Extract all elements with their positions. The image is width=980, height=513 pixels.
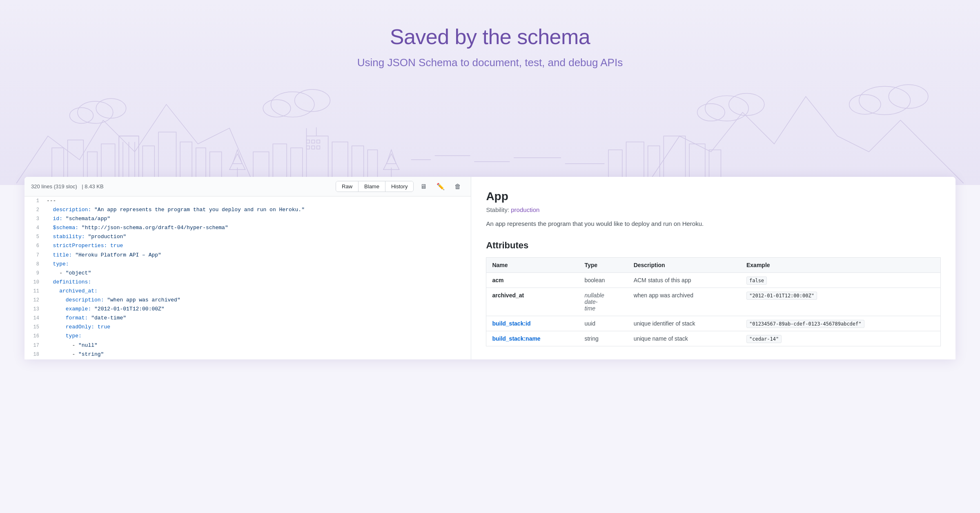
svg-rect-55 <box>307 146 310 149</box>
svg-rect-52 <box>307 140 310 143</box>
code-line: 3 id: "schemata/app" <box>24 214 471 223</box>
file-size: 8.43 KB <box>85 183 103 190</box>
delete-icon-button[interactable]: 🗑 <box>451 181 464 192</box>
stability-label: Stability: <box>486 206 509 213</box>
toolbar-button-group: Raw Blame History <box>336 181 414 192</box>
code-line: 11 archived_at: <box>24 287 471 296</box>
svg-marker-34 <box>229 154 245 170</box>
attr-example-acm: false <box>741 273 941 288</box>
code-line: 15 readOnly: true <box>24 323 471 332</box>
svg-point-22 <box>96 98 126 118</box>
code-line: 14 format: "date-time" <box>24 314 471 323</box>
edit-icon-button[interactable]: ✏️ <box>433 181 448 192</box>
code-line: 5 stability: "production" <box>24 232 471 241</box>
svg-point-30 <box>859 86 911 115</box>
svg-rect-6 <box>158 132 176 183</box>
col-header-description: Description <box>628 258 741 273</box>
raw-button[interactable]: Raw <box>336 181 359 192</box>
svg-rect-57 <box>317 146 320 149</box>
svg-point-31 <box>889 85 928 108</box>
code-line: 9 - "object" <box>24 269 471 278</box>
code-line: 13 example: "2012-01-01T12:00:00Z" <box>24 305 471 314</box>
col-header-name: Name <box>486 258 579 273</box>
code-line: 1 --- <box>24 196 471 205</box>
code-line: 7 title: "Heroku Platform API – App" <box>24 251 471 260</box>
attr-name-acm: acm <box>486 273 579 288</box>
table-row: build_stack:name string unique name of s… <box>486 331 941 346</box>
display-icon-button[interactable]: 🖥 <box>417 181 430 192</box>
svg-point-29 <box>697 104 725 121</box>
attr-type-build-stack-id: uuid <box>579 316 628 331</box>
attributes-heading: Attributes <box>486 240 941 251</box>
svg-point-26 <box>263 100 291 117</box>
attr-name-archived-at: archived_at <box>486 288 579 316</box>
attr-name-build-stack-id: build_stack:id <box>486 316 579 331</box>
svg-rect-53 <box>312 140 315 143</box>
hero-subtitle: Using JSON Schema to document, test, and… <box>16 56 964 69</box>
attr-desc-archived-at: when app was archived <box>628 288 741 316</box>
attributes-table: Name Type Description Example acm boolea… <box>486 257 941 346</box>
svg-point-27 <box>705 96 748 121</box>
attr-example-build-stack-id: "01234567-89ab-cdef-0123-456789abcdef" <box>741 316 941 331</box>
code-line: 8 type: <box>24 260 471 269</box>
svg-marker-37 <box>383 154 399 170</box>
attr-type-build-stack-name: string <box>579 331 628 346</box>
svg-point-23 <box>70 107 94 123</box>
attr-name-build-stack-name: build_stack:name <box>486 331 579 346</box>
svg-rect-56 <box>312 146 315 149</box>
docs-description: An app represents the program that you w… <box>486 219 941 229</box>
code-content: 1 --- 2 description: "An app represents … <box>24 196 471 359</box>
attr-desc-acm: ACM status of this app <box>628 273 741 288</box>
table-row: build_stack:id uuid unique identifier of… <box>486 316 941 331</box>
code-line: 17 - "null" <box>24 341 471 350</box>
attr-example-archived-at: "2012-01-01T12:00:00Z" <box>741 288 941 316</box>
docs-panel: App Stability: production An app represe… <box>471 177 956 359</box>
code-line: 4 $schema: "http://json-schema.org/draft… <box>24 223 471 232</box>
history-button[interactable]: History <box>385 181 413 192</box>
table-row: archived_at nullabledate-time when app w… <box>486 288 941 316</box>
code-toolbar: 320 lines (319 sloc) | 8.43 KB Raw Blame… <box>24 177 471 196</box>
code-line: 12 description: "when app was archived" <box>24 296 471 305</box>
code-line: 16 type: <box>24 332 471 341</box>
code-line: 2 description: "An app represents the pr… <box>24 205 471 214</box>
attr-link-build-stack-id[interactable]: build_stack:id <box>492 320 530 327</box>
docs-heading: App <box>486 190 941 203</box>
main-panels: 320 lines (319 sloc) | 8.43 KB Raw Blame… <box>24 177 956 359</box>
attr-desc-build-stack-name: unique name of stack <box>628 331 741 346</box>
svg-marker-35 <box>233 150 242 164</box>
city-illustration <box>16 69 964 183</box>
svg-point-24 <box>271 92 314 117</box>
svg-point-21 <box>78 101 113 123</box>
svg-rect-54 <box>317 140 320 143</box>
col-header-type: Type <box>579 258 628 273</box>
svg-point-28 <box>729 94 764 116</box>
line-count: 320 lines (319 sloc) <box>31 183 77 190</box>
stability-link[interactable]: production <box>511 206 539 213</box>
table-row: acm boolean ACM status of this app false <box>486 273 941 288</box>
attr-example-build-stack-name: "cedar-14" <box>741 331 941 346</box>
attr-type-acm: boolean <box>579 273 628 288</box>
stability-row: Stability: production <box>486 206 941 213</box>
code-line: 10 definitions: <box>24 278 471 287</box>
code-panel: 320 lines (319 sloc) | 8.43 KB Raw Blame… <box>24 177 471 359</box>
svg-marker-38 <box>387 150 396 164</box>
attr-desc-build-stack-id: unique identifier of stack <box>628 316 741 331</box>
svg-point-25 <box>295 89 330 112</box>
hero-title: Saved by the schema <box>16 25 964 49</box>
attr-link-build-stack-name[interactable]: build_stack:name <box>492 335 540 342</box>
svg-point-32 <box>849 95 881 114</box>
blame-button[interactable]: Blame <box>359 181 385 192</box>
code-meta: 320 lines (319 sloc) | 8.43 KB <box>31 183 107 190</box>
col-header-example: Example <box>741 258 941 273</box>
table-header-row: Name Type Description Example <box>486 258 941 273</box>
hero-section: Saved by the schema Using JSON Schema to… <box>0 0 980 185</box>
code-line: 6 strictProperties: true <box>24 241 471 250</box>
code-line: 18 - "string" <box>24 350 471 359</box>
attr-type-archived-at: nullabledate-time <box>579 288 628 316</box>
